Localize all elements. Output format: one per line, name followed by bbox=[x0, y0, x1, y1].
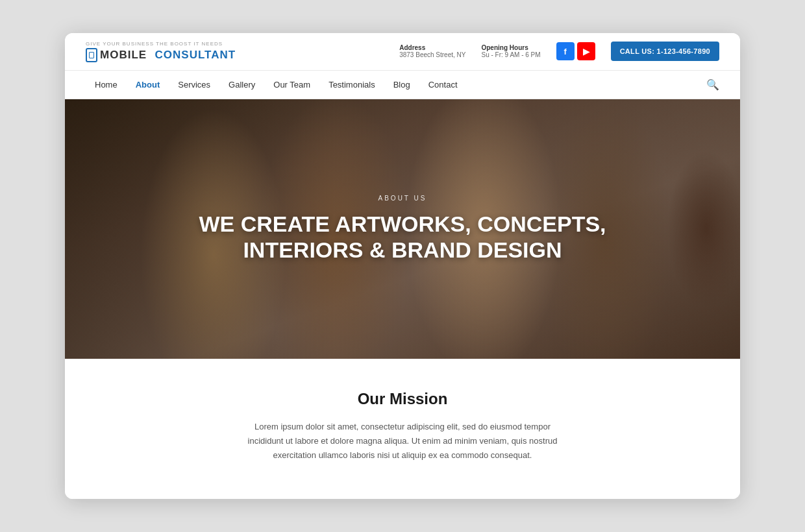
nav-item-testimonials[interactable]: Testimonials bbox=[319, 72, 384, 97]
hours-value: Su - Fr: 9 AM - 6 PM bbox=[481, 51, 540, 58]
logo-main: MOBILE CONSULTANT bbox=[86, 48, 236, 62]
mission-section: Our Mission Lorem ipsum dolor sit amet, … bbox=[65, 359, 740, 499]
logo-icon-inner bbox=[89, 52, 94, 58]
nav-link-testimonials[interactable]: Testimonials bbox=[319, 72, 384, 97]
nav-item-about[interactable]: About bbox=[127, 72, 169, 97]
social-icons: f ▶ bbox=[556, 42, 595, 60]
logo-mobile-text: MOBILE bbox=[100, 49, 147, 62]
logo-icon bbox=[86, 48, 97, 62]
nav-link-home[interactable]: Home bbox=[86, 72, 127, 97]
nav-link-our-team[interactable]: Our Team bbox=[264, 72, 319, 97]
nav-link-contact[interactable]: Contact bbox=[419, 72, 467, 97]
search-icon[interactable]: 🔍 bbox=[706, 79, 719, 91]
nav-links: Home About Services Gallery Our Team Tes… bbox=[86, 72, 467, 97]
top-bar-right: Address 3873 Beech Street, NY Opening Ho… bbox=[399, 42, 719, 61]
address-value: 3873 Beech Street, NY bbox=[399, 51, 465, 58]
hero-title: WE CREATE ARTWORKS, CONCEPTS, INTERIORS … bbox=[199, 211, 606, 264]
mission-text: Lorem ipsum dolor sit amet, consectetur … bbox=[247, 420, 558, 463]
facebook-button[interactable]: f bbox=[556, 42, 575, 60]
hours-label: Opening Hours bbox=[481, 44, 540, 51]
browser-window: GIVE YOUR BUSINESS THE BOOST IT NEEDS MO… bbox=[65, 33, 740, 499]
hours-block: Opening Hours Su - Fr: 9 AM - 6 PM bbox=[481, 44, 540, 58]
hero-title-line1: WE CREATE ARTWORKS, CONCEPTS, bbox=[199, 212, 606, 236]
nav-item-our-team[interactable]: Our Team bbox=[264, 72, 319, 97]
nav-item-contact[interactable]: Contact bbox=[419, 72, 467, 97]
nav-link-gallery[interactable]: Gallery bbox=[219, 72, 264, 97]
nav-item-home[interactable]: Home bbox=[86, 72, 127, 97]
hero-subtitle: ABOUT US bbox=[378, 195, 427, 202]
nav-link-services[interactable]: Services bbox=[169, 72, 219, 97]
hero-content: ABOUT US WE CREATE ARTWORKS, CONCEPTS, I… bbox=[65, 99, 740, 359]
nav-bar: Home About Services Gallery Our Team Tes… bbox=[65, 71, 740, 99]
call-button[interactable]: CALL US: 1-123-456-7890 bbox=[611, 42, 719, 61]
address-label: Address bbox=[399, 44, 465, 51]
top-bar: GIVE YOUR BUSINESS THE BOOST IT NEEDS MO… bbox=[65, 33, 740, 71]
hero-section: ABOUT US WE CREATE ARTWORKS, CONCEPTS, I… bbox=[65, 99, 740, 359]
nav-item-services[interactable]: Services bbox=[169, 72, 219, 97]
nav-link-blog[interactable]: Blog bbox=[384, 72, 419, 97]
logo-tagline: GIVE YOUR BUSINESS THE BOOST IT NEEDS bbox=[86, 41, 236, 47]
nav-link-about[interactable]: About bbox=[127, 72, 169, 97]
mission-title: Our Mission bbox=[86, 390, 719, 408]
logo-consultant-text: CONSULTANT bbox=[155, 49, 236, 62]
youtube-button[interactable]: ▶ bbox=[577, 42, 595, 60]
nav-item-blog[interactable]: Blog bbox=[384, 72, 419, 97]
logo-area: GIVE YOUR BUSINESS THE BOOST IT NEEDS MO… bbox=[86, 41, 236, 62]
nav-item-gallery[interactable]: Gallery bbox=[219, 72, 264, 97]
address-block: Address 3873 Beech Street, NY bbox=[399, 44, 465, 58]
hero-title-line2: INTERIORS & BRAND DESIGN bbox=[243, 237, 562, 262]
